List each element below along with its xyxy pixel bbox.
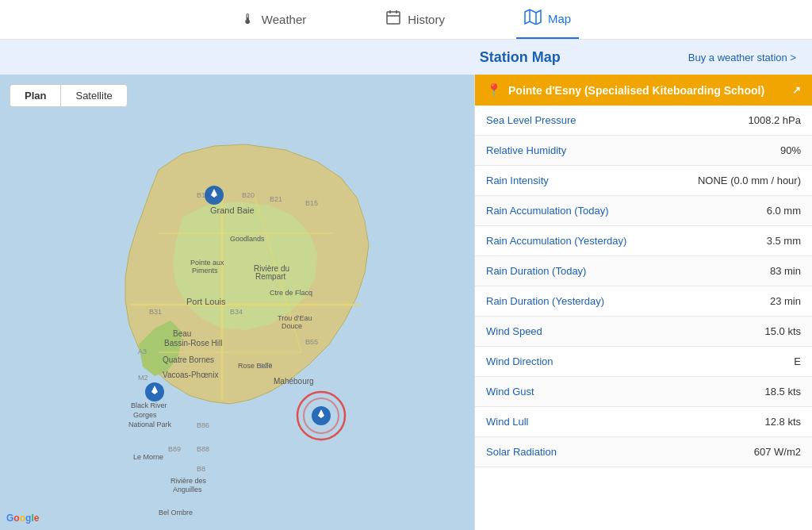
svg-text:B15: B15 <box>305 199 318 207</box>
row-value: 3.5 mm <box>767 235 801 247</box>
nav-map[interactable]: Map <box>516 0 579 39</box>
row-label: Solar Radiation <box>486 446 557 458</box>
svg-rect-0 <box>387 12 400 24</box>
top-navigation: 🌡 Weather History M <box>0 0 812 40</box>
google-logo: Google <box>6 513 39 524</box>
pin-icon: 📍 <box>486 83 502 98</box>
svg-text:Mahébourg: Mahébourg <box>274 377 314 386</box>
row-value: 83 min <box>770 265 801 277</box>
map-icon <box>524 9 542 29</box>
table-row: Rain Accumulation (Today) 6.0 mm <box>475 196 812 226</box>
svg-text:Beau: Beau <box>173 329 191 338</box>
svg-point-55 <box>213 192 216 195</box>
svg-text:Pointe aux: Pointe aux <box>190 259 224 267</box>
row-value: E <box>794 355 801 367</box>
svg-text:Port Louis: Port Louis <box>186 297 226 306</box>
svg-text:Gorges: Gorges <box>133 411 157 419</box>
history-label: History <box>408 13 445 26</box>
right-panel: 📍 Pointe d'Esny (Specialised Kiteboardin… <box>474 75 812 530</box>
table-row: Wind Speed 15.0 kts <box>475 317 812 347</box>
row-label: Rain Intensity <box>486 175 549 186</box>
row-label: Rain Duration (Yesterday) <box>486 295 604 307</box>
svg-text:B21: B21 <box>270 195 282 203</box>
main-content: Plan Satellite Grand Baie <box>0 75 812 530</box>
svg-text:Trou d'Eau: Trou d'Eau <box>278 314 312 322</box>
row-value: 90% <box>780 144 801 156</box>
table-row: Wind Direction E <box>475 347 812 377</box>
table-row: Rain Duration (Today) 83 min <box>475 256 812 286</box>
weather-label: Weather <box>262 13 306 26</box>
svg-text:Anguilles: Anguilles <box>173 486 202 494</box>
sub-header: Station Map Buy a weather station > <box>0 40 812 75</box>
row-value: 15.0 kts <box>764 325 801 337</box>
svg-text:Rempart: Rempart <box>255 272 286 281</box>
svg-text:Douce: Douce <box>282 322 302 330</box>
row-value: 607 W/m2 <box>754 446 801 458</box>
weather-data-table: Sea Level Pressure 1008.2 hPa Relative H… <box>475 106 812 467</box>
table-row: Solar Radiation 607 W/m2 <box>475 437 812 467</box>
svg-text:Goodlands: Goodlands <box>230 235 265 243</box>
row-label: Sea Level Pressure <box>486 114 576 126</box>
station-external-link[interactable]: ↗ <box>792 84 801 96</box>
svg-text:B89: B89 <box>168 445 181 453</box>
row-label: Wind Gust <box>486 386 534 398</box>
svg-text:B55: B55 <box>305 338 318 346</box>
plan-button[interactable]: Plan <box>10 84 60 107</box>
svg-text:National Park: National Park <box>128 421 172 428</box>
svg-text:B8: B8 <box>197 465 205 473</box>
svg-text:Le Morne: Le Morne <box>133 453 163 461</box>
svg-text:B86: B86 <box>197 421 209 429</box>
svg-text:B34: B34 <box>230 308 243 316</box>
row-value: 1008.2 hPa <box>748 114 801 126</box>
satellite-button[interactable]: Satellite <box>60 84 127 107</box>
table-row: Wind Lull 12.8 kts <box>475 407 812 437</box>
table-row: Rain Duration (Yesterday) 23 min <box>475 286 812 317</box>
svg-text:Rivière des: Rivière des <box>170 477 207 485</box>
row-value: 6.0 mm <box>767 205 801 217</box>
table-row: Rain Intensity NONE (0.0 mm / hour) <box>475 166 812 196</box>
history-icon <box>385 10 401 29</box>
svg-text:Ctre de Flacq: Ctre de Flacq <box>270 289 312 297</box>
row-label: Rain Accumulation (Yesterday) <box>486 235 626 247</box>
svg-text:Grand Baie: Grand Baie <box>210 205 255 215</box>
row-label: Wind Speed <box>486 325 542 337</box>
row-value: 12.8 kts <box>764 416 801 428</box>
svg-point-59 <box>320 413 323 416</box>
svg-text:M2: M2 <box>138 374 148 382</box>
svg-point-57 <box>153 389 156 392</box>
svg-text:B20: B20 <box>242 191 255 199</box>
svg-text:Piments: Piments <box>192 267 218 275</box>
weather-icon: 🌡 <box>241 11 255 28</box>
svg-text:Vacoas-Phœnix: Vacoas-Phœnix <box>163 371 218 379</box>
buy-station-link[interactable]: Buy a weather station > <box>688 52 796 63</box>
row-value: NONE (0.0 mm / hour) <box>698 175 801 186</box>
row-label: Wind Lull <box>486 416 528 428</box>
station-header: 📍 Pointe d'Esny (Specialised Kiteboardin… <box>475 75 812 106</box>
svg-text:Bassin-Rose Hill: Bassin-Rose Hill <box>164 339 222 348</box>
row-label: Relative Humidity <box>486 144 566 156</box>
svg-text:B31: B31 <box>149 308 162 316</box>
table-row: Sea Level Pressure 1008.2 hPa <box>475 106 812 136</box>
map-label: Map <box>548 12 571 25</box>
row-label: Rain Accumulation (Today) <box>486 205 609 217</box>
mauritius-map: Grand Baie Goodlands Rivière du Rempart … <box>0 75 474 530</box>
table-row: Wind Gust 18.5 kts <box>475 377 812 407</box>
svg-text:Quatre Bornes: Quatre Bornes <box>163 355 214 364</box>
page-title: Station Map <box>352 49 688 66</box>
row-value: 23 min <box>770 295 801 307</box>
map-area[interactable]: Plan Satellite Grand Baie <box>0 75 474 530</box>
nav-history[interactable]: History <box>377 0 453 39</box>
svg-text:Bel Ombre: Bel Ombre <box>159 509 193 517</box>
svg-text:B88: B88 <box>197 445 209 453</box>
nav-weather[interactable]: 🌡 Weather <box>233 0 314 39</box>
map-controls: Plan Satellite <box>10 84 128 107</box>
svg-text:B27: B27 <box>259 362 272 370</box>
svg-text:Black River: Black River <box>131 401 167 409</box>
row-label: Wind Direction <box>486 355 553 367</box>
svg-text:A3: A3 <box>138 348 147 355</box>
row-label: Rain Duration (Today) <box>486 265 586 277</box>
table-row: Rain Accumulation (Yesterday) 3.5 mm <box>475 226 812 256</box>
row-value: 18.5 kts <box>764 386 801 398</box>
table-row: Relative Humidity 90% <box>475 136 812 166</box>
station-name: Pointe d'Esny (Specialised Kiteboarding … <box>508 84 764 97</box>
